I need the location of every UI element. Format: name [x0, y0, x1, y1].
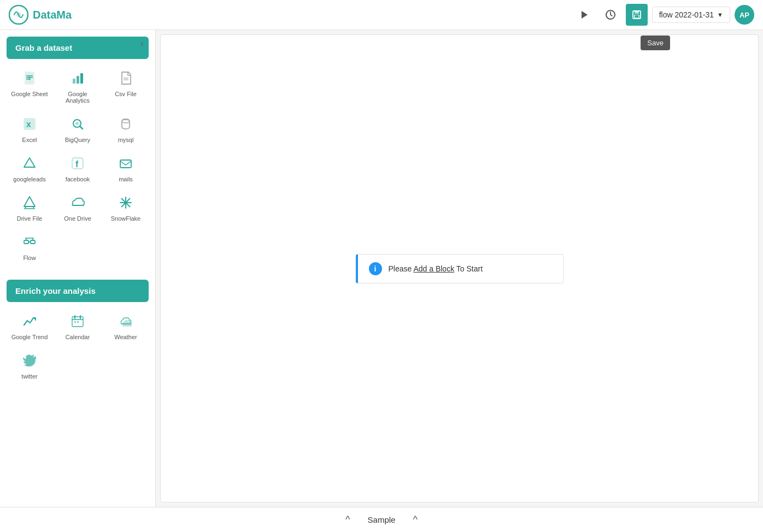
- main-body: ‹ Grab a dataset Google Sheet: [0, 30, 763, 507]
- snowflake-label: SnowFlake: [111, 215, 140, 222]
- datama-logo-icon: [9, 5, 28, 25]
- info-text-before: Please: [389, 264, 414, 273]
- flow-icon: [22, 235, 37, 251]
- mails-label: mails: [119, 176, 133, 182]
- facebook-icon: f: [71, 156, 85, 173]
- datasource-item-mails[interactable]: mails: [103, 151, 149, 188]
- svg-marker-24: [24, 158, 35, 167]
- datasource-item-bigquery[interactable]: BigQuery: [55, 111, 101, 149]
- datasource-item-csv-file[interactable]: Csv File: [103, 66, 149, 109]
- datasource-item-facebook[interactable]: f facebook: [55, 151, 101, 188]
- excel-icon: X: [22, 117, 37, 133]
- add-block-link[interactable]: Add a Block: [413, 264, 454, 273]
- save-button[interactable]: [626, 4, 648, 26]
- header: DataMa Save flow 2022-01-31 ▼ AP: [0, 0, 763, 30]
- datasource-item-flow[interactable]: Flow: [7, 229, 52, 267]
- snowflake-icon: [119, 196, 133, 212]
- twitter-label: twitter: [21, 373, 37, 380]
- svg-rect-35: [24, 240, 28, 244]
- play-button[interactable]: [573, 4, 595, 26]
- info-banner: i Please Add a Block To Start: [356, 254, 564, 283]
- save-tooltip: Save: [641, 36, 670, 50]
- info-text-after: To Start: [454, 264, 483, 273]
- csv-file-icon: [119, 71, 133, 87]
- datasource-item-twitter[interactable]: twitter: [7, 348, 52, 385]
- svg-rect-27: [120, 160, 131, 168]
- sidebar-collapse-button[interactable]: ‹: [134, 36, 150, 51]
- bottom-bar: ^ Sample ^: [0, 507, 763, 532]
- svg-point-34: [125, 202, 127, 204]
- excel-label: Excel: [22, 137, 37, 143]
- sidebar: ‹ Grab a dataset Google Sheet: [0, 30, 156, 507]
- svg-rect-7: [635, 15, 638, 17]
- svg-rect-11: [26, 79, 31, 80]
- svg-text:f: f: [75, 159, 79, 169]
- user-avatar[interactable]: AP: [735, 5, 754, 25]
- flow-label: Flow: [23, 255, 36, 261]
- svg-point-1: [16, 13, 21, 17]
- bottom-title: Sample: [368, 515, 396, 524]
- drive-file-icon: [22, 196, 37, 212]
- svg-line-21: [80, 126, 83, 129]
- svg-rect-15: [80, 73, 83, 84]
- svg-marker-29: [25, 206, 34, 209]
- svg-rect-36: [31, 240, 35, 244]
- bigquery-label: BigQuery: [65, 137, 90, 143]
- datasource-item-snowflake[interactable]: SnowFlake: [103, 190, 149, 227]
- svg-point-23: [122, 120, 130, 123]
- grab-dataset-label: Grab a dataset: [15, 43, 72, 52]
- bottom-up-button[interactable]: ^: [341, 512, 354, 528]
- drive-file-label: Drive File: [17, 215, 42, 222]
- datasource-item-googleleads[interactable]: googleleads: [7, 151, 52, 188]
- canvas-container: i Please Add a Block To Start: [160, 34, 759, 503]
- mysql-icon: [119, 117, 133, 133]
- enrich-analysis-section-header: Enrich your analysis: [7, 280, 149, 302]
- chevron-up-icon: ^: [345, 514, 350, 525]
- chevron-down-icon: ▼: [717, 11, 723, 18]
- weather-icon: [119, 314, 133, 330]
- datasource-item-mysql[interactable]: mysql: [103, 111, 149, 149]
- datasource-item-drive-file[interactable]: Drive File: [7, 190, 52, 227]
- svg-text:X: X: [26, 121, 31, 129]
- datasource-item-google-analytics[interactable]: Google Analytics: [55, 66, 101, 109]
- datasource-item-excel[interactable]: X Excel: [7, 111, 52, 149]
- datasource-item-google-trend[interactable]: Google Trend: [7, 309, 52, 346]
- app-title: DataMa: [33, 9, 72, 21]
- svg-marker-28: [24, 197, 35, 206]
- google-sheet-label: Google Sheet: [11, 91, 48, 97]
- svg-rect-14: [77, 76, 79, 84]
- datasource-item-google-sheet[interactable]: Google Sheet: [7, 66, 52, 109]
- info-text: Please Add a Block To Start: [389, 264, 483, 273]
- datasource-item-calendar[interactable]: Calendar: [55, 309, 101, 346]
- flow-selector[interactable]: flow 2022-01-31 ▼: [652, 7, 730, 23]
- calendar-label: Calendar: [66, 334, 90, 340]
- chevron-down-icon: ^: [413, 514, 417, 525]
- csv-file-label: Csv File: [115, 91, 137, 97]
- bigquery-icon: [71, 117, 85, 133]
- svg-rect-13: [73, 79, 75, 84]
- grab-dataset-section-header: Grab a dataset: [7, 37, 149, 59]
- info-icon: i: [369, 262, 382, 275]
- svg-rect-46: [77, 321, 79, 323]
- datasource-item-weather[interactable]: Weather: [103, 309, 149, 346]
- svg-rect-45: [74, 321, 76, 323]
- google-sheet-icon: [22, 71, 37, 87]
- calendar-icon: [71, 314, 85, 330]
- canvas-area: i Please Add a Block To Start: [156, 30, 763, 507]
- enrich-analysis-label: Enrich your analysis: [15, 286, 96, 295]
- svg-point-22: [75, 122, 79, 125]
- google-trend-label: Google Trend: [11, 334, 48, 340]
- mysql-label: mysql: [118, 137, 134, 143]
- svg-marker-2: [582, 11, 588, 19]
- google-analytics-label: Google Analytics: [57, 91, 98, 104]
- enrich-grid: Google Trend Calendar: [0, 306, 155, 392]
- svg-rect-5: [635, 11, 639, 14]
- clock-button[interactable]: [600, 4, 621, 26]
- datasource-item-one-drive[interactable]: One Drive: [55, 190, 101, 227]
- bottom-down-button[interactable]: ^: [408, 512, 421, 528]
- googleleads-icon: [22, 156, 37, 173]
- googleleads-label: googleleads: [13, 176, 45, 182]
- google-trend-icon: [22, 314, 37, 330]
- twitter-icon: [22, 353, 37, 370]
- mails-icon: [119, 156, 133, 173]
